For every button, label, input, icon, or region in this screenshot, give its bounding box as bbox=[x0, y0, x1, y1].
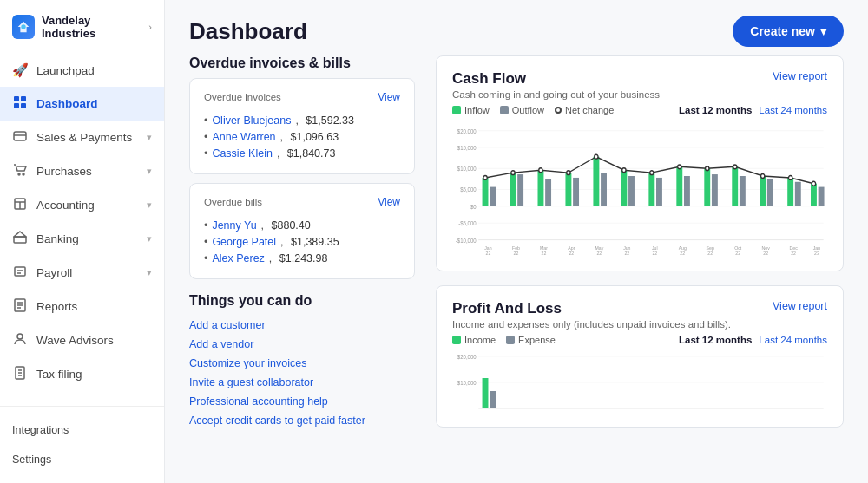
sales-chevron-icon: ▾ bbox=[147, 132, 152, 143]
profit-subtitle: Income and expenses only (includes unpai… bbox=[452, 319, 731, 330]
sidebar-label-purchases: Purchases bbox=[36, 165, 92, 178]
bill-person-0[interactable]: Jenny Yu bbox=[212, 219, 256, 232]
bill-item-1: George Patel, $1,389.35 bbox=[204, 233, 400, 250]
bar-outflow-11 bbox=[795, 182, 801, 206]
bar-inflow-2 bbox=[537, 170, 543, 206]
bar-outflow-10 bbox=[767, 179, 773, 206]
net-dot-11 bbox=[789, 176, 792, 180]
svg-text:22: 22 bbox=[624, 251, 629, 256]
cash-flow-subtitle: Cash coming in and going out of your bus… bbox=[452, 89, 660, 100]
main-content: Dashboard Create new ▾ Overdue invoices … bbox=[165, 0, 868, 483]
income-label: Income bbox=[464, 335, 496, 345]
profit-24m-button[interactable]: Last 24 months bbox=[759, 335, 827, 345]
sidebar-item-purchases[interactable]: Purchases ▾ bbox=[0, 154, 164, 188]
bar-outflow-1 bbox=[517, 174, 523, 206]
sidebar-label-tax-filing: Tax filing bbox=[36, 368, 82, 381]
profit-loss-section: Profit And Loss Income and expenses only… bbox=[436, 285, 844, 428]
svg-text:22: 22 bbox=[514, 251, 519, 256]
things-link-3[interactable]: Invite a guest collaborator bbox=[189, 373, 415, 392]
invoice-person-0[interactable]: Oliver Bluejeans bbox=[212, 114, 291, 127]
inflow-label: Inflow bbox=[464, 105, 490, 115]
bill-person-1[interactable]: George Patel bbox=[212, 236, 276, 248]
net-dot-8 bbox=[706, 166, 709, 171]
bar-inflow-12 bbox=[811, 184, 817, 206]
bar-outflow-2 bbox=[545, 179, 551, 206]
accounting-chevron-icon: ▾ bbox=[147, 199, 152, 211]
things-section-title: Things you can do bbox=[189, 293, 415, 309]
launchpad-icon: 🚀 bbox=[12, 62, 28, 78]
create-new-button[interactable]: Create new ▾ bbox=[733, 16, 844, 47]
content-area: Overdue invoices & bills Overdue invoice… bbox=[165, 55, 868, 483]
sidebar-label-payroll: Payroll bbox=[36, 266, 72, 279]
inflow-dot bbox=[452, 106, 461, 114]
bill-item-0: Jenny Yu, $880.40 bbox=[204, 217, 400, 233]
sidebar-label-sales: Sales & Payments bbox=[36, 131, 132, 144]
sidebar-item-banking[interactable]: Banking ▾ bbox=[0, 222, 164, 256]
bar-outflow-5 bbox=[628, 176, 635, 206]
things-link-1[interactable]: Add a vendor bbox=[189, 335, 415, 354]
bills-view-link[interactable]: View bbox=[378, 196, 400, 208]
bar-outflow-3 bbox=[573, 178, 579, 206]
cash-flow-24m-button[interactable]: Last 24 months bbox=[759, 105, 827, 115]
things-link-0[interactable]: Add a customer bbox=[189, 316, 415, 335]
svg-text:22: 22 bbox=[542, 251, 547, 256]
outflow-legend: Outflow bbox=[500, 105, 544, 115]
sidebar-item-sales-payments[interactable]: Sales & Payments ▾ bbox=[0, 121, 164, 154]
sidebar-item-tax-filing[interactable]: Tax filing bbox=[0, 357, 164, 391]
bar-inflow-0 bbox=[483, 178, 489, 206]
svg-text:$10,000: $10,000 bbox=[457, 166, 477, 172]
sidebar-item-settings[interactable]: Settings bbox=[0, 445, 164, 474]
cash-flow-12m-button[interactable]: Last 12 months bbox=[679, 105, 752, 115]
svg-text:$20,000: $20,000 bbox=[457, 354, 477, 360]
sidebar-item-dashboard[interactable]: Dashboard bbox=[0, 87, 164, 121]
cash-flow-header: Cash Flow Cash coming in and going out o… bbox=[452, 70, 827, 100]
things-link-4[interactable]: Professional accounting help bbox=[189, 392, 415, 411]
svg-text:$15,000: $15,000 bbox=[457, 145, 477, 151]
net-dot-1 bbox=[511, 171, 515, 175]
svg-text:22: 22 bbox=[735, 251, 740, 256]
overdue-invoices-card: Overdue invoices View Oliver Bluejeans, … bbox=[189, 78, 415, 174]
inflow-legend: Inflow bbox=[452, 105, 490, 115]
expense-dot bbox=[506, 336, 515, 344]
svg-point-8 bbox=[23, 173, 24, 175]
overdue-section-title: Overdue invoices & bills bbox=[189, 55, 415, 71]
cash-flow-time-buttons: Last 12 months Last 24 months bbox=[679, 105, 827, 115]
profit-view-report[interactable]: View report bbox=[773, 300, 827, 312]
invoice-amount-2: $1,840.73 bbox=[287, 147, 336, 160]
accounting-icon bbox=[12, 197, 28, 213]
sidebar-item-accounting[interactable]: Accounting ▾ bbox=[0, 188, 164, 222]
things-link-2[interactable]: Customize your invoices bbox=[189, 354, 415, 373]
invoices-view-link[interactable]: View bbox=[378, 91, 400, 103]
bar-inflow-5 bbox=[621, 170, 627, 206]
sidebar-item-payroll[interactable]: Payroll ▾ bbox=[0, 256, 164, 290]
invoice-person-1[interactable]: Anne Warren bbox=[212, 131, 275, 143]
sidebar-item-reports[interactable]: Reports bbox=[0, 290, 164, 323]
sidebar-item-wave-advisors[interactable]: Wave Advisors bbox=[0, 323, 164, 357]
svg-point-20 bbox=[17, 334, 23, 339]
sidebar-item-integrations[interactable]: Integrations bbox=[0, 415, 164, 445]
things-section: Things you can do Add a customer Add a v… bbox=[189, 293, 415, 430]
cash-flow-section: Cash Flow Cash coming in and going out o… bbox=[436, 55, 844, 271]
reports-icon bbox=[12, 298, 28, 315]
net-dot-7 bbox=[678, 165, 681, 169]
things-link-5[interactable]: Accept credit cards to get paid faster bbox=[189, 411, 415, 430]
svg-rect-4 bbox=[21, 103, 26, 108]
brand-logo-area[interactable]: Vandelay Industries › bbox=[0, 0, 164, 54]
sidebar-label-launchpad: Launchpad bbox=[36, 64, 95, 77]
bill-person-2[interactable]: Alex Perez bbox=[212, 252, 264, 264]
profit-12m-button[interactable]: Last 12 months bbox=[679, 335, 752, 345]
sidebar-item-launchpad[interactable]: 🚀 Launchpad bbox=[0, 54, 164, 87]
invoice-person-2[interactable]: Cassie Klein bbox=[212, 147, 272, 160]
cash-flow-view-report[interactable]: View report bbox=[773, 70, 827, 82]
profit-bar-income-0 bbox=[483, 378, 489, 408]
svg-text:22: 22 bbox=[596, 251, 602, 256]
svg-rect-1 bbox=[14, 96, 19, 101]
cash-flow-chart: $20,000 $15,000 $10,000 $5,000 $0 -$5,00… bbox=[452, 122, 827, 257]
bill-amount-0: $880.40 bbox=[272, 219, 311, 232]
left-panel: Overdue invoices & bills Overdue invoice… bbox=[189, 55, 415, 469]
profit-bar-expense-0 bbox=[490, 391, 496, 408]
bar-inflow-8 bbox=[704, 168, 710, 206]
expense-label: Expense bbox=[518, 335, 556, 345]
profit-title-group: Profit And Loss Income and expenses only… bbox=[452, 300, 731, 330]
net-dot bbox=[555, 107, 562, 114]
